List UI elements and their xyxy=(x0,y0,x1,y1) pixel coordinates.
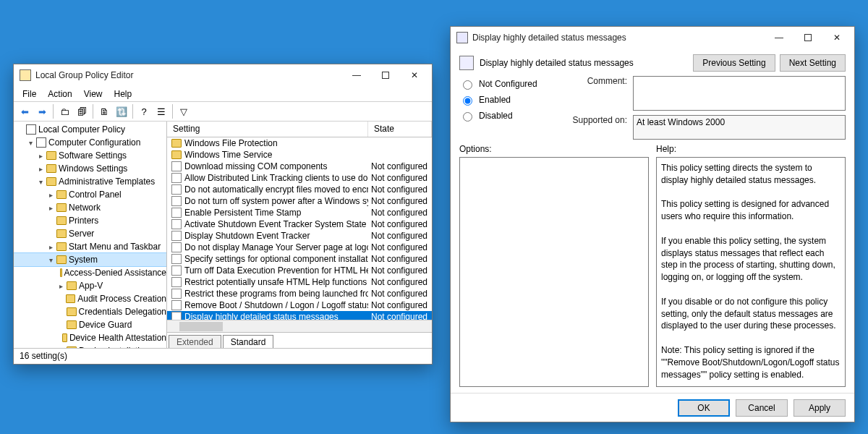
dlg-close-button[interactable] xyxy=(822,27,851,48)
setting-row[interactable]: Restrict potentially unsafe HTML Help fu… xyxy=(167,276,432,288)
menu-action[interactable]: Action xyxy=(43,88,76,101)
col-setting[interactable]: Setting xyxy=(167,122,368,137)
col-state[interactable]: State xyxy=(368,122,432,137)
menu-view[interactable]: View xyxy=(80,88,107,101)
expand-icon[interactable]: ▾ xyxy=(27,139,34,147)
tab-extended[interactable]: Extended xyxy=(169,335,221,348)
expand-icon[interactable]: ▸ xyxy=(47,191,54,199)
radio-enabled[interactable]: Enabled xyxy=(459,92,568,108)
hscrollbar[interactable] xyxy=(167,320,432,332)
policy-icon xyxy=(171,312,182,320)
tree-node[interactable]: Access-Denied Assistance xyxy=(14,266,166,279)
expand-icon[interactable]: ▸ xyxy=(37,152,44,160)
statusbar: 16 setting(s) xyxy=(14,348,432,364)
tree-node[interactable]: Device Health Attestation xyxy=(14,331,166,344)
expand-icon[interactable]: ▾ xyxy=(37,178,44,186)
settings-list[interactable]: Windows File ProtectionWindows Time Serv… xyxy=(167,137,432,320)
back-button[interactable]: ⬅ xyxy=(17,103,33,119)
radio-disabled[interactable]: Disabled xyxy=(459,108,568,124)
tree-node[interactable]: Audit Process Creation xyxy=(14,292,166,305)
titlebar[interactable]: Local Group Policy Editor xyxy=(14,64,432,86)
maximize-button[interactable] xyxy=(371,64,400,86)
expand-icon[interactable]: ▸ xyxy=(47,204,54,212)
up-button[interactable]: 🗀 xyxy=(56,103,72,119)
setting-row[interactable]: Enable Persistent Time StampNot configur… xyxy=(167,207,432,218)
folder-icon xyxy=(46,177,56,186)
setting-row[interactable]: Do not turn off system power after a Win… xyxy=(167,195,432,207)
folder-icon xyxy=(46,164,56,173)
setting-row[interactable]: Turn off Data Execution Prevention for H… xyxy=(167,265,432,276)
tree-node[interactable]: Local Computer Policy xyxy=(14,123,166,136)
cancel-button[interactable]: Cancel xyxy=(736,399,788,417)
setting-name: Activate Shutdown Event Tracker System S… xyxy=(184,219,368,229)
properties-button[interactable]: ☰ xyxy=(153,103,169,119)
policy-icon xyxy=(171,254,182,264)
setting-state: Not configured xyxy=(368,208,432,218)
ok-button[interactable]: OK xyxy=(678,399,730,417)
show-hide-button[interactable]: 🗐 xyxy=(74,103,90,119)
setting-row[interactable]: Display highly detailed status messagesN… xyxy=(167,311,432,320)
setting-name: Remove Boot / Shutdown / Logon / Logoff … xyxy=(184,300,368,310)
tree-node[interactable]: ▾System xyxy=(14,253,166,266)
expand-icon[interactable]: ▸ xyxy=(37,165,44,173)
setting-row[interactable]: Do not automatically encrypt files moved… xyxy=(167,184,432,195)
close-button[interactable] xyxy=(400,64,429,86)
dlg-footer: OK Cancel Apply xyxy=(451,393,854,422)
apply-button[interactable]: Apply xyxy=(793,399,846,417)
forward-button[interactable]: ➡ xyxy=(34,103,50,119)
expand-icon[interactable]: ▾ xyxy=(47,256,54,264)
setting-row[interactable]: Download missing COM componentsNot confi… xyxy=(167,161,432,172)
refresh-button[interactable]: 🔃 xyxy=(114,103,129,119)
tree-node[interactable]: Device Guard xyxy=(14,318,166,331)
setting-state: Not configured xyxy=(368,289,432,299)
tree-node-label: Device Health Attestation xyxy=(69,333,166,343)
minimize-button[interactable] xyxy=(342,64,371,86)
nav-tree[interactable]: Local Computer Policy▾Computer Configura… xyxy=(14,122,167,348)
policy-icon xyxy=(171,208,182,218)
dlg-minimize-button[interactable] xyxy=(765,27,793,48)
setting-name: Display Shutdown Event Tracker xyxy=(184,231,310,241)
tab-standard[interactable]: Standard xyxy=(223,335,274,348)
tree-node[interactable]: ▸Software Settings xyxy=(14,149,166,162)
tree-node[interactable]: ▸Start Menu and Taskbar xyxy=(14,240,166,253)
setting-row[interactable]: Activate Shutdown Event Tracker System S… xyxy=(167,218,432,230)
previous-setting-button[interactable]: Previous Setting xyxy=(693,54,775,72)
help-button[interactable]: ? xyxy=(136,103,152,119)
setting-row[interactable]: Windows File Protection xyxy=(167,137,432,149)
tree-node[interactable]: Server xyxy=(14,227,166,240)
expand-icon[interactable]: ▸ xyxy=(47,243,54,251)
setting-state: Not configured xyxy=(368,265,432,276)
expand-icon[interactable]: ▸ xyxy=(57,282,64,290)
tree-node[interactable]: Printers xyxy=(14,214,166,227)
policy-icon xyxy=(171,265,182,276)
options-box[interactable] xyxy=(459,157,649,387)
tree-node[interactable]: ▸Control Panel xyxy=(14,188,166,201)
policy-icon xyxy=(171,196,182,206)
tree-node[interactable]: ▾Administrative Templates xyxy=(14,175,166,188)
setting-row[interactable]: Specify settings for optional component … xyxy=(167,253,432,265)
export-button[interactable]: 🗎 xyxy=(96,103,112,119)
setting-row[interactable]: Allow Distributed Link Tracking clients … xyxy=(167,172,432,184)
setting-row[interactable]: Display Shutdown Event TrackerNot config… xyxy=(167,230,432,242)
tree-node[interactable]: Credentials Delegation xyxy=(14,305,166,318)
setting-state: Not configured xyxy=(368,196,432,206)
help-box[interactable]: This policy setting directs the system t… xyxy=(656,157,846,387)
tree-node[interactable]: ▾Computer Configuration xyxy=(14,136,166,149)
setting-row[interactable]: Remove Boot / Shutdown / Logon / Logoff … xyxy=(167,299,432,311)
setting-row[interactable]: Do not display Manage Your Server page a… xyxy=(167,242,432,253)
comment-textarea[interactable] xyxy=(633,76,846,111)
dlg-titlebar[interactable]: Display highly detailed status messages xyxy=(451,27,854,48)
setting-state: Not configured xyxy=(368,184,432,195)
tree-node[interactable]: ▸App-V xyxy=(14,279,166,292)
tree-node[interactable]: ▸Windows Settings xyxy=(14,162,166,175)
dlg-maximize-button[interactable] xyxy=(793,27,822,48)
tree-node[interactable]: ▸Network xyxy=(14,201,166,214)
menu-file[interactable]: File xyxy=(18,88,41,101)
radio-not-configured[interactable]: Not Configured xyxy=(459,76,568,92)
next-setting-button[interactable]: Next Setting xyxy=(780,54,846,72)
filter-button[interactable]: ▽ xyxy=(176,103,192,119)
setting-row[interactable]: Windows Time Service xyxy=(167,149,432,161)
policy-icon xyxy=(171,184,182,195)
menu-help[interactable]: Help xyxy=(110,88,137,101)
setting-row[interactable]: Restrict these programs from being launc… xyxy=(167,288,432,299)
